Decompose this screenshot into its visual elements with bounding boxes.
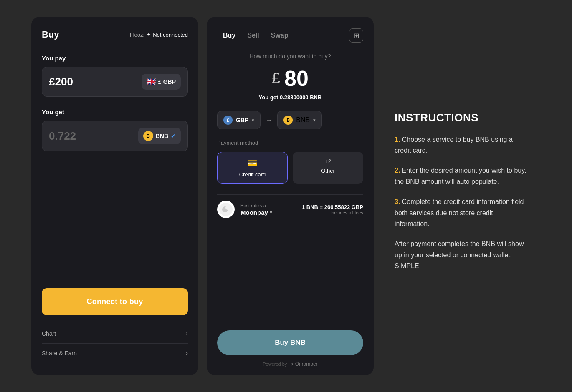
chart-chevron: › [186,330,188,337]
gbp-text: £ GBP [158,78,176,85]
tab-sell[interactable]: Sell [241,28,265,43]
amount-number: 80 [284,66,309,91]
instructions-title: INSTRUCTIONS [395,111,528,124]
tab-buy[interactable]: Buy [217,28,241,43]
best-rate-label: Best rate via [240,203,296,208]
share-earn-chevron: › [186,349,188,357]
currency-selector-row: £ GBP ▾ → B BNB ▾ [217,111,363,129]
bnb-icon: B [143,131,153,141]
provider-section: Best rate via Moonpay ▾ 1 BNB = 266.5582… [217,194,363,224]
instruction-1: 1. Choose a service to buy BNB using a c… [395,134,528,156]
other-count: +2 [325,158,331,164]
main-container: Buy Flooz: ✦ Not connected You pay £200 … [0,0,572,392]
get-amount: 0.722 [49,130,138,143]
middle-panel: Buy Sell Swap ⊞ How much do you want to … [207,17,374,375]
moonpay-logo [217,201,235,218]
payment-label: Payment method [217,140,363,146]
after-text: After payment completes the BNB will sho… [395,239,528,271]
provider-name: Moonpay ▾ [240,209,296,216]
star-icon: ✦ [147,32,151,38]
pay-amount: £200 [49,75,142,88]
step-3-num: 3. [395,198,400,205]
left-panel: Buy Flooz: ✦ Not connected You pay £200 … [31,17,198,375]
amount-display: £ 80 [217,66,363,91]
to-currency-text: BNB [296,116,310,124]
bnb-text: BNB [156,133,168,139]
rate-fees: Includes all fees [302,210,363,215]
powered-by: Powered by ➜ Onramper [217,361,363,367]
credit-card-label: Credit card [239,171,266,178]
svg-point-2 [225,206,230,210]
from-currency-text: GBP [236,117,248,123]
currency-symbol: £ [272,70,280,87]
you-get-label: You get [42,108,188,116]
gbp-curr-icon: £ [223,116,233,125]
you-pay-group: £200 🇬🇧 £ GBP [42,67,188,97]
from-currency-selector[interactable]: £ GBP ▾ [217,111,261,129]
flooz-label: Flooz: [130,32,144,38]
step-3-text: Complete the credit card information fie… [395,198,524,227]
you-get-group: 0.722 B BNB ✔ [42,121,188,151]
provider-info: Best rate via Moonpay ▾ [240,203,296,216]
exchange-rate: 1 BNB = 266.55822 GBP Includes all fees [302,204,363,215]
bottom-links: Chart › Share & Earn › [42,324,188,363]
payment-method-credit-card[interactable]: 💳 Credit card [217,152,288,184]
how-much-text: How much do you want to buy? [217,53,363,60]
instructions-panel: INSTRUCTIONS 1. Choose a service to buy … [382,103,541,289]
bnb-badge[interactable]: B BNB ✔ [138,128,181,144]
instruction-3: 3. Complete the credit card information … [395,196,528,229]
arrow-separator: → [266,116,272,124]
buy-bnb-button[interactable]: Buy BNB [217,330,363,355]
verified-icon: ✔ [171,133,176,139]
you-get-info: You get 0.28800000 BNB [217,94,363,101]
rate-value: 1 BNB = 266.55822 GBP [302,204,363,210]
chart-link-label: Chart [42,330,56,337]
payment-methods: 💳 Credit card +2 Other [217,152,363,184]
connect-to-buy-button[interactable]: Connect to buy [42,288,188,315]
provider-chevron: ▾ [270,210,272,215]
onramper-brand: ➜ Onramper [289,361,317,367]
left-header: Buy Flooz: ✦ Not connected [42,29,188,40]
not-connected-label: Not connected [153,32,188,38]
to-currency-selector[interactable]: B BNB ▾ [277,111,322,129]
tabs-row: Buy Sell Swap ⊞ [217,28,363,43]
left-title: Buy [42,29,59,40]
currency-selector-gbp[interactable]: 🇬🇧 £ GBP [142,74,181,90]
grid-icon[interactable]: ⊞ [349,28,363,43]
connection-status: Flooz: ✦ Not connected [130,32,188,38]
step-2-num: 2. [395,167,400,174]
powered-by-text: Powered by [263,362,287,367]
tab-swap[interactable]: Swap [265,28,294,43]
to-currency-chevron: ▾ [313,118,316,123]
you-get-bnb: 0.28800000 BNB [280,94,321,101]
chart-link[interactable]: Chart › [42,324,188,343]
from-currency-chevron: ▾ [252,118,254,123]
you-pay-label: You pay [42,55,188,62]
step-1-text: Choose a service to buy BNB using a cred… [395,136,513,154]
instruction-2: 2. Enter the desired amount you wish to … [395,165,528,187]
share-earn-label: Share & Earn [42,350,77,357]
payment-method-other[interactable]: +2 Other [293,152,363,184]
step-2-text: Enter the desired amount you wish to buy… [395,167,526,185]
step-1-num: 1. [395,136,400,143]
share-earn-link[interactable]: Share & Earn › [42,343,188,363]
gbp-flag: 🇬🇧 [147,77,156,86]
credit-card-icon: 💳 [247,158,258,168]
other-label: Other [321,168,335,174]
bnb-sel-icon: B [283,116,293,125]
after-payment-text: After payment completes the BNB will sho… [395,239,528,271]
